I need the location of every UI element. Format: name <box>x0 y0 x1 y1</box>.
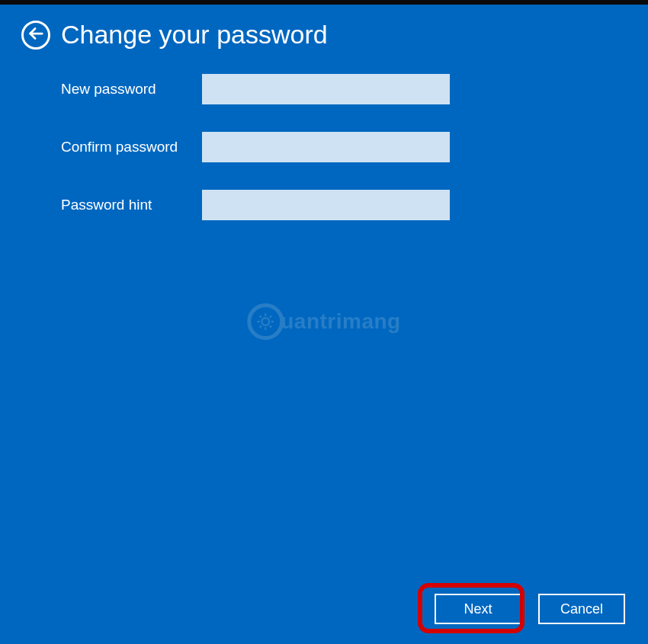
watermark: uantrimang <box>247 303 400 340</box>
new-password-input[interactable] <box>202 74 450 104</box>
header: Change your password <box>0 5 648 65</box>
cancel-button[interactable]: Cancel <box>538 594 625 624</box>
arrow-left-icon <box>27 25 44 45</box>
back-button[interactable] <box>21 21 50 50</box>
svg-line-6 <box>260 316 261 317</box>
confirm-password-input[interactable] <box>202 132 450 162</box>
button-row: Next Cancel <box>435 594 625 624</box>
watermark-bulb-icon <box>247 303 284 340</box>
svg-line-7 <box>270 325 271 327</box>
new-password-label: New password <box>61 81 202 98</box>
svg-point-1 <box>261 318 269 325</box>
confirm-password-label: Confirm password <box>61 139 202 155</box>
new-password-row: New password <box>61 74 587 104</box>
svg-line-8 <box>260 325 261 327</box>
watermark-text: uantrimang <box>281 309 400 334</box>
password-hint-label: Password hint <box>61 197 202 213</box>
svg-line-9 <box>270 316 271 317</box>
password-form: New password Confirm password Password h… <box>0 65 648 257</box>
password-hint-row: Password hint <box>61 190 587 220</box>
page-title: Change your password <box>61 20 328 50</box>
password-hint-input[interactable] <box>202 190 450 220</box>
confirm-password-row: Confirm password <box>61 132 587 162</box>
next-button[interactable]: Next <box>435 594 521 624</box>
